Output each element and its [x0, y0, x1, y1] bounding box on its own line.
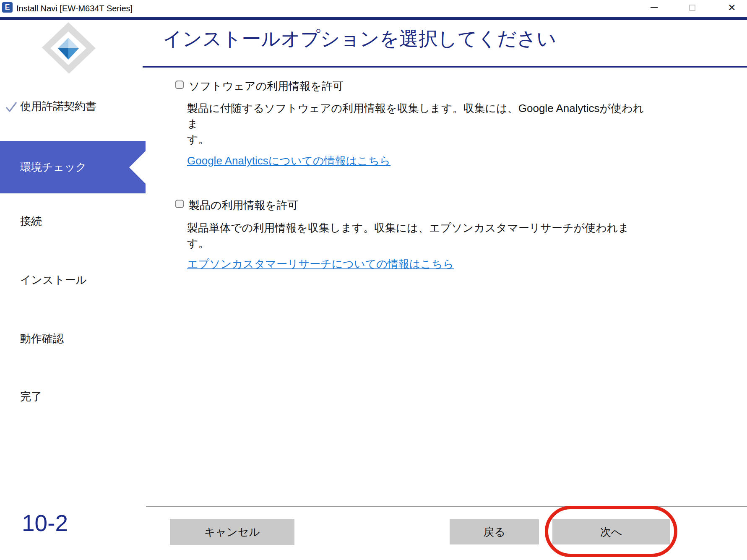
software-usage-info-checkbox[interactable]: [175, 81, 184, 89]
sidebar-step-finish: 完了: [0, 388, 146, 405]
minimize-button[interactable]: [643, 0, 664, 15]
product-usage-info-checkbox[interactable]: [175, 200, 184, 208]
sidebar-step-operation-check: 動作確認: [0, 330, 146, 347]
google-analytics-info-link[interactable]: Google Analyticsについての情報はこちら: [187, 154, 390, 168]
back-button[interactable]: 戻る: [450, 519, 539, 544]
sidebar-step-install: インストール: [0, 271, 146, 288]
product-usage-info-label[interactable]: 製品の利用情報を許可: [189, 198, 298, 213]
sidebar-step-connection: 接続: [0, 213, 146, 229]
footer-divider: [146, 506, 747, 507]
title-bar: E Install Navi [EW-M634T Series] ✕: [0, 0, 747, 17]
software-usage-info-description: 製品に付随するソフトウェアの利用情報を収集します。収集には、Google Ana…: [187, 101, 648, 147]
step-label: インストール: [20, 271, 87, 288]
next-button[interactable]: 次へ: [552, 519, 670, 544]
close-button[interactable]: ✕: [721, 0, 742, 15]
step-label: 使用許諾契約書: [20, 98, 96, 115]
step-label: 完了: [20, 388, 42, 405]
page-title: インストールオプションを選択してください: [163, 26, 556, 52]
cancel-button[interactable]: キャンセル: [170, 519, 294, 545]
epson-customer-research-info-link[interactable]: エプソンカスタマーリサーチについての情報はこちら: [187, 257, 454, 271]
install-navi-logo-icon: [37, 21, 100, 78]
heading-divider: [143, 66, 747, 68]
step-label: 動作確認: [20, 330, 64, 347]
window-title: Install Navi [EW-M634T Series]: [16, 2, 133, 15]
step-label: 環境チェック: [20, 159, 86, 175]
maximize-button[interactable]: [682, 0, 703, 15]
software-usage-info-label[interactable]: ソフトウェアの利用情報を許可: [189, 79, 344, 94]
check-icon: [5, 101, 18, 113]
sidebar-step-license: 使用許諾契約書: [0, 98, 146, 115]
step-annotation-10-2: 10-2: [22, 510, 68, 537]
close-icon: ✕: [728, 3, 736, 13]
app-icon: E: [2, 2, 13, 13]
titlebar-divider: [0, 17, 747, 20]
product-usage-info-description: 製品単体での利用情報を収集します。収集には、エプソンカスタマーリサーチが使われま…: [187, 220, 648, 251]
step-label: 接続: [20, 213, 42, 229]
maximize-icon: [689, 5, 695, 11]
minimize-icon: [651, 7, 658, 8]
install-navi-window: E Install Navi [EW-M634T Series] ✕ 使用許諾契…: [0, 0, 747, 560]
sidebar-step-environment-check: 環境チェック: [0, 159, 146, 175]
